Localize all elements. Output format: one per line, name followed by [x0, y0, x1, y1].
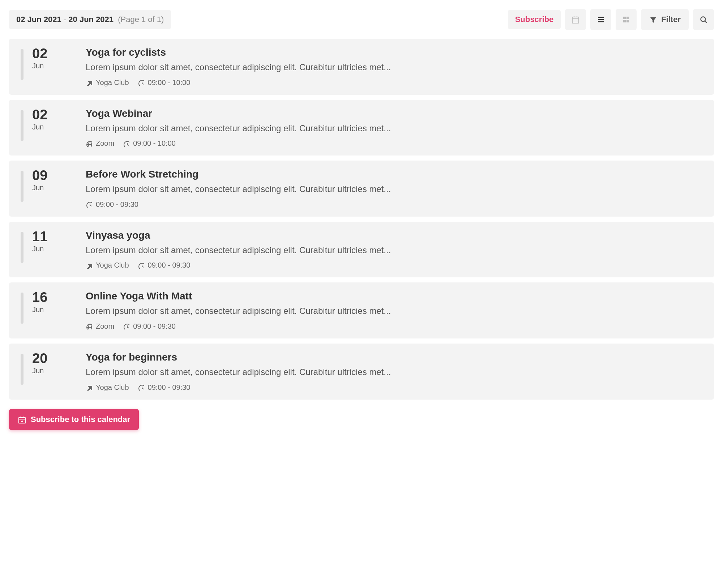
event-time: 09:00 - 10:00	[138, 78, 191, 87]
event-month: Jun	[32, 245, 47, 253]
event-time-text: 09:00 - 09:30	[148, 261, 191, 269]
event-location-text: Yoga Club	[96, 383, 129, 392]
event-location: Zoom	[86, 322, 114, 331]
location-icon	[86, 262, 92, 269]
event-day: 09	[32, 169, 47, 182]
event-body: Online Yoga With Matt Lorem ipsum dolor …	[86, 290, 702, 331]
event-time: 09:00 - 09:30	[138, 383, 191, 392]
location-icon	[86, 384, 92, 391]
event-title: Vinyasa yoga	[86, 230, 702, 241]
event-meta: Yoga Club 09:00 - 10:00	[86, 78, 702, 87]
event-accent-bar	[21, 354, 23, 385]
subscribe-calendar-label: Subscribe to this calendar	[31, 415, 130, 424]
event-date: 20 Jun	[21, 351, 68, 385]
event-time: 09:00 - 10:00	[123, 139, 176, 148]
filter-icon	[649, 16, 657, 24]
event-title: Yoga for beginners	[86, 351, 702, 363]
event-date: 02 Jun	[21, 47, 68, 80]
event-location-text: Zoom	[96, 139, 114, 148]
clock-icon	[138, 79, 144, 86]
event-time: 09:00 - 09:30	[138, 261, 191, 269]
event-month: Jun	[32, 367, 47, 375]
event-time: 09:00 - 09:30	[123, 322, 176, 331]
event-card[interactable]: 02 Jun Yoga for cyclists Lorem ipsum dol…	[9, 39, 714, 95]
event-title: Yoga Webinar	[86, 108, 702, 119]
event-day: 11	[32, 230, 47, 243]
event-description: Lorem ipsum dolor sit amet, consectetur …	[86, 122, 702, 135]
event-meta: Yoga Club 09:00 - 09:30	[86, 261, 702, 269]
event-location: Zoom	[86, 139, 114, 148]
calendar-icon	[571, 15, 580, 24]
event-meta: Zoom 09:00 - 10:00	[86, 139, 702, 148]
event-description: Lorem ipsum dolor sit amet, consectetur …	[86, 305, 702, 317]
event-date: 02 Jun	[21, 108, 68, 141]
date-range-display: 02 Jun 2021 - 20 Jun 2021 (Page 1 of 1)	[9, 10, 171, 29]
event-body: Yoga Webinar Lorem ipsum dolor sit amet,…	[86, 108, 702, 148]
clock-icon	[138, 262, 144, 269]
event-location: Yoga Club	[86, 261, 129, 269]
search-button[interactable]	[693, 9, 714, 30]
event-body: Yoga for cyclists Lorem ipsum dolor sit …	[86, 47, 702, 87]
page-info: (Page 1 of 1)	[118, 15, 164, 24]
event-location: Yoga Club	[86, 383, 129, 392]
event-time-text: 09:00 - 09:30	[148, 383, 191, 392]
globe-icon	[86, 323, 92, 329]
date-from: 02 Jun 2021	[16, 15, 61, 24]
event-day: 02	[32, 108, 47, 122]
event-location-text: Yoga Club	[96, 261, 129, 269]
event-accent-bar	[21, 110, 23, 141]
clock-icon	[86, 201, 92, 208]
globe-icon	[86, 140, 92, 147]
event-time-text: 09:00 - 10:00	[133, 139, 176, 148]
event-description: Lorem ipsum dolor sit amet, consectetur …	[86, 61, 702, 73]
event-body: Vinyasa yoga Lorem ipsum dolor sit amet,…	[86, 230, 702, 270]
list-icon	[596, 15, 605, 24]
toolbar-actions: Subscribe Filter	[508, 9, 714, 30]
event-title: Online Yoga With Matt	[86, 290, 702, 302]
event-location-text: Zoom	[96, 322, 114, 331]
event-month: Jun	[32, 123, 47, 131]
grid-icon	[622, 15, 630, 24]
event-card[interactable]: 02 Jun Yoga Webinar Lorem ipsum dolor si…	[9, 100, 714, 156]
filter-button[interactable]: Filter	[641, 9, 689, 30]
filter-label: Filter	[661, 15, 681, 24]
event-date: 09 Jun	[21, 169, 68, 202]
event-day: 02	[32, 47, 47, 60]
event-day: 16	[32, 290, 47, 304]
event-meta: Zoom 09:00 - 09:30	[86, 322, 702, 331]
event-title: Yoga for cyclists	[86, 47, 702, 58]
event-location-text: Yoga Club	[96, 78, 129, 87]
list-view-button[interactable]	[590, 9, 611, 30]
event-time: 09:00 - 09:30	[86, 200, 138, 209]
event-day: 20	[32, 351, 47, 365]
calendar-view-button[interactable]	[565, 9, 586, 30]
event-accent-bar	[21, 232, 23, 263]
event-card[interactable]: 20 Jun Yoga for beginners Lorem ipsum do…	[9, 344, 714, 400]
location-icon	[86, 79, 92, 86]
event-date: 11 Jun	[21, 230, 68, 263]
calendar-plus-icon	[18, 416, 26, 423]
event-accent-bar	[21, 49, 23, 80]
date-to: 20 Jun 2021	[68, 15, 114, 24]
subscribe-button[interactable]: Subscribe	[508, 10, 561, 29]
clock-icon	[123, 323, 129, 329]
event-time-text: 09:00 - 10:00	[148, 78, 191, 87]
event-card[interactable]: 11 Jun Vinyasa yoga Lorem ipsum dolor si…	[9, 222, 714, 278]
event-description: Lorem ipsum dolor sit amet, consectetur …	[86, 366, 702, 378]
event-month: Jun	[32, 306, 47, 314]
event-body: Yoga for beginners Lorem ipsum dolor sit…	[86, 351, 702, 392]
clock-icon	[138, 384, 144, 391]
grid-view-button[interactable]	[616, 9, 637, 30]
event-time-text: 09:00 - 09:30	[133, 322, 176, 331]
event-accent-bar	[21, 171, 23, 202]
event-card[interactable]: 09 Jun Before Work Stretching Lorem ipsu…	[9, 161, 714, 217]
event-time-text: 09:00 - 09:30	[96, 200, 138, 209]
event-description: Lorem ipsum dolor sit amet, consectetur …	[86, 244, 702, 256]
subscribe-calendar-button[interactable]: Subscribe to this calendar	[9, 409, 139, 430]
event-card[interactable]: 16 Jun Online Yoga With Matt Lorem ipsum…	[9, 282, 714, 338]
events-list: 02 Jun Yoga for cyclists Lorem ipsum dol…	[9, 39, 714, 400]
toolbar: 02 Jun 2021 - 20 Jun 2021 (Page 1 of 1) …	[9, 9, 714, 30]
event-body: Before Work Stretching Lorem ipsum dolor…	[86, 169, 702, 209]
event-accent-bar	[21, 293, 23, 324]
event-month: Jun	[32, 62, 47, 70]
